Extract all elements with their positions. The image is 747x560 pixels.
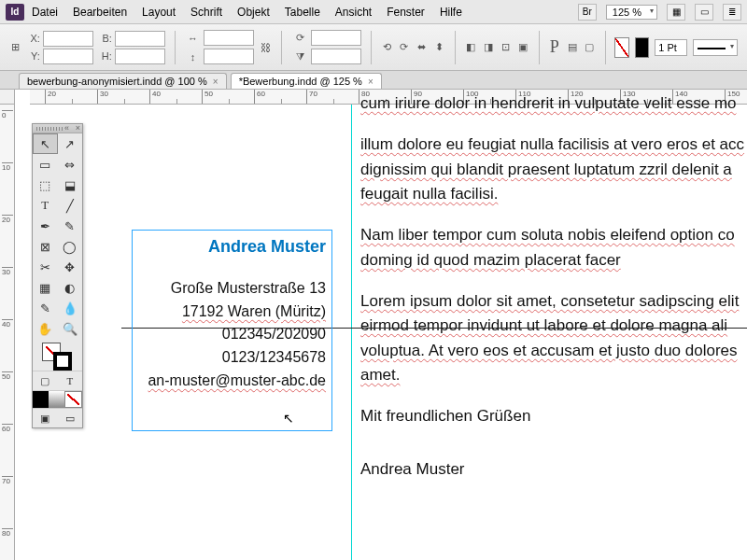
close-icon[interactable]: × (368, 77, 374, 87)
pen-tool[interactable]: ✒ (33, 216, 58, 236)
screen-mode-icon[interactable]: ▭ (695, 4, 713, 21)
paragraph-style-icon[interactable]: P (548, 39, 560, 56)
scale-x-field[interactable] (204, 30, 254, 46)
y-label: Y: (27, 50, 40, 62)
menu-layout[interactable]: Layout (142, 6, 176, 19)
menu-tabelle[interactable]: Tabelle (285, 6, 320, 19)
fill-frame-icon[interactable]: ▣ (517, 39, 529, 56)
close-icon[interactable]: × (213, 77, 218, 87)
direct-selection-tool[interactable]: ↗ (58, 133, 83, 154)
y-field[interactable] (43, 49, 93, 64)
flip-v-icon[interactable]: ⬍ (433, 39, 445, 56)
page-canvas[interactable]: cum iriure dolor in hendrerit in vulputa… (15, 105, 747, 560)
content-placer-tool[interactable]: ⬓ (58, 175, 83, 195)
address-name: Andrea Muster (148, 234, 326, 260)
menu-fenster[interactable]: Fenster (387, 6, 425, 19)
hand-tool[interactable]: ✋ (33, 318, 58, 339)
corner-options-icon[interactable]: ▢ (584, 39, 596, 56)
stroke-swatch[interactable] (635, 37, 649, 58)
page-tool[interactable]: ▭ (33, 154, 58, 175)
menu-datei[interactable]: Datei (32, 6, 58, 19)
menu-schrift[interactable]: Schrift (190, 6, 222, 19)
gap-tool[interactable]: ⇔ (58, 154, 83, 175)
rotate-ccw-icon[interactable]: ⟲ (381, 39, 393, 56)
shear-field[interactable] (311, 49, 361, 64)
rectangle-tool[interactable]: ◯ (58, 236, 83, 257)
ruler-tick: 50 (202, 90, 254, 104)
zoom-tool[interactable]: 🔍 (58, 318, 83, 339)
zoom-dropdown[interactable]: 125 % (606, 5, 657, 20)
gradient-swatch-tool[interactable]: ▦ (33, 277, 58, 298)
normal-view-icon[interactable]: ▣ (33, 409, 58, 427)
rotate-cw-icon[interactable]: ⟳ (399, 39, 411, 56)
fit-content-icon[interactable]: ⊡ (500, 39, 512, 56)
tools-panel[interactable]: « × ↖ ↗ ▭ ⇔ ⬚ ⬓ T ╱ ✒ ✎ ⊠ ◯ ✂ ✥ ▦ ◐ ✎ 💧 … (32, 123, 83, 428)
type-tool[interactable]: T (33, 195, 58, 216)
rotate-field[interactable] (311, 30, 361, 46)
body-line: Lorem ipsum dolor sit amet, consetetur s… (360, 292, 739, 310)
eyedropper-tool[interactable]: 💧 (58, 298, 83, 318)
cursor-icon: ↖ (283, 411, 294, 426)
selection-tool[interactable]: ↖ (33, 133, 58, 154)
menu-ansicht[interactable]: Ansicht (335, 6, 372, 19)
vertical-ruler[interactable]: 0 10 20 30 40 50 60 70 80 (0, 105, 15, 560)
apply-none-icon[interactable] (64, 391, 82, 408)
pencil-tool[interactable]: ✎ (58, 216, 83, 236)
flip-h-icon[interactable]: ⬌ (416, 39, 428, 56)
document-tab[interactable]: *Bewerbung.indd @ 125 % × (231, 73, 382, 89)
menu-bearbeiten[interactable]: Bearbeiten (73, 6, 127, 19)
scale-y-field[interactable] (204, 49, 254, 64)
free-transform-tool[interactable]: ✥ (58, 257, 83, 277)
body-text-frame[interactable]: cum iriure dolor in hendrerit in vulputa… (360, 108, 747, 498)
apply-gradient-icon[interactable] (49, 391, 64, 408)
document-tab[interactable]: bewerbung-anonymisiert.indd @ 100 % × (19, 73, 227, 89)
menu-objekt[interactable]: Objekt (237, 6, 270, 19)
arrange-icon[interactable]: ≣ (723, 4, 741, 21)
scissors-tool[interactable]: ✂ (33, 257, 58, 277)
bridge-button[interactable]: Br (578, 4, 597, 21)
tab-label: *Bewerbung.indd @ 125 % (239, 76, 362, 87)
body-line: amet. (360, 366, 401, 384)
constrain-icon[interactable]: ⛓ (260, 39, 272, 56)
ruler-tick: 20 (45, 90, 97, 104)
address-phone: 012345/202090 (148, 323, 326, 346)
close-icon[interactable]: × (76, 123, 80, 133)
gradient-feather-tool[interactable]: ◐ (58, 277, 83, 298)
stroke-weight-value: 1 Pt (658, 42, 677, 53)
fill-swatch[interactable] (614, 37, 628, 58)
text-wrap-icon[interactable]: ▤ (566, 39, 578, 56)
document-tab-bar: bewerbung-anonymisiert.indd @ 100 % × *B… (0, 71, 747, 90)
ruler-origin[interactable] (0, 90, 15, 105)
apply-color-icon[interactable] (33, 391, 49, 408)
rectangle-frame-tool[interactable]: ⊠ (33, 236, 58, 257)
height-field[interactable] (115, 49, 165, 64)
collapse-icon[interactable]: « (64, 123, 69, 133)
x-label: X: (27, 33, 40, 44)
line-tool[interactable]: ╱ (58, 195, 83, 216)
separator (539, 31, 540, 64)
stroke-weight-field[interactable]: 1 Pt (655, 39, 687, 56)
x-field[interactable] (43, 31, 93, 47)
note-tool[interactable]: ✎ (33, 298, 58, 318)
select-content-icon[interactable]: ◨ (482, 39, 494, 56)
rotate-icon: ⟳ (291, 30, 308, 47)
width-field[interactable] (115, 31, 165, 47)
panel-header[interactable]: « × (33, 124, 82, 133)
address-text-frame[interactable]: Andrea Muster Große Musterstraße 13 1719… (132, 230, 332, 431)
reference-point-icon[interactable]: ⊞ (9, 39, 21, 56)
separator (281, 31, 282, 64)
ruler-tick: 50 (2, 371, 13, 381)
formatting-container-icon[interactable]: ▢ (33, 371, 58, 390)
closing-line: Mit freundlichen Grüßen (360, 404, 747, 428)
menu-hilfe[interactable]: Hilfe (440, 6, 462, 19)
scale-y-icon: ↕ (184, 49, 201, 65)
fill-stroke-proxy[interactable] (33, 339, 82, 371)
view-options-icon[interactable]: ▦ (667, 4, 685, 21)
stroke-proxy[interactable] (53, 352, 72, 371)
app-badge-indesign: Id (6, 4, 24, 21)
stroke-style-dropdown[interactable] (693, 39, 738, 56)
formatting-text-icon[interactable]: T (58, 371, 83, 390)
select-container-icon[interactable]: ◧ (465, 39, 477, 56)
preview-view-icon[interactable]: ▭ (58, 409, 83, 427)
content-collector-tool[interactable]: ⬚ (33, 175, 58, 195)
